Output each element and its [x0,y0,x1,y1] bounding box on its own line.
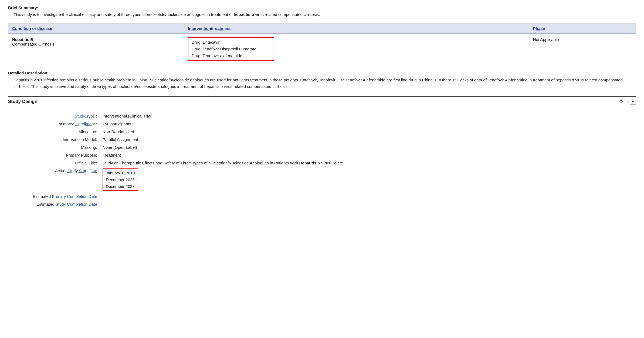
brief-summary-text: This study is to investigate the clinica… [13,12,636,18]
primary-completion-value-cell [100,193,636,200]
goto-label: Go to [619,99,629,104]
table-row: Hepatitis B Compensated Cirrhosis Drug: … [8,34,636,64]
col-condition-header: Condition or disease [8,23,184,34]
allocation-value: Non-Randomized [100,128,636,135]
start-date-value-cell: January 1, 2019 December 2023 December 2… [100,167,636,192]
study-completion-value-cell [100,201,636,208]
official-title-label: Official Title: [8,159,100,167]
study-completion-value: December 2023 [106,184,135,189]
phase-cell: Not Applicable [529,34,636,64]
dates-red-box: January 1, 2019 December 2023 December 2… [103,168,138,191]
study-completion-prefix: Estimated [36,202,56,206]
brief-summary-label: Brief Summary: [8,5,636,10]
goto-dropdown[interactable]: ▼ [630,99,636,105]
study-type-link[interactable]: Study Type [75,114,95,118]
enrollment-colon: : [95,122,97,126]
intervention-item-3: Drug: Tenofovir alafenamide [192,53,270,58]
masking-label: Masking: [8,144,100,151]
masking-value: None (Open Label) [100,144,636,151]
field-study-type: Study Type : Interventional (Clinical Tr… [8,112,636,120]
official-title-value: Study on Therapeutic Effects and Safety … [100,159,636,167]
field-masking: Masking: None (Open Label) [8,144,636,151]
start-date-prefix: Actual [55,168,67,173]
enrollment-link[interactable]: Enrollment [76,122,95,126]
study-design-title: Study Design [8,99,38,104]
enrollment-value: 150 participants [100,120,636,127]
study-type-value: Interventional (Clinical Trial) [100,112,636,120]
study-design-header: Study Design Go to ▼ [8,96,636,107]
enrollment-prefix: Estimated [56,122,76,126]
official-title-bold: Hepatitis b [299,161,320,165]
brief-summary-after: virus related compensated cirrhosis. [254,12,320,17]
col-phase-header: Phase [529,23,636,34]
brief-summary-before: This study is to investigate the clinica… [13,12,234,17]
condition-cell: Hepatitis B Compensated Cirrhosis [8,34,184,64]
primary-completion-label: Estimated Primary Completion Date [8,193,100,200]
field-start-date: Actual Study Start Date January 1, 2019 … [8,167,636,192]
col-intervention-header: Intervention/treatment [184,23,529,34]
field-intervention-model: Intervention Model: Parallel Assignment [8,136,636,143]
goto-control: Go to ▼ [619,99,636,105]
study-type-label: Study Type : [8,112,100,120]
conditions-table: Condition or disease Intervention/treatm… [8,23,636,64]
detailed-description-text: Hepatitis b virus infection remains a se… [13,77,636,90]
detailed-description-label: Detailed Description: [8,71,636,75]
study-completion-link[interactable]: Study Completion Date [56,202,97,206]
intervention-box: Drug: Entecavir Drug: Tenofovir Disoprox… [188,37,274,61]
field-enrollment: Estimated Enrollment : 150 participants [8,120,636,127]
primary-completion-link[interactable]: Primary Completion Date [52,194,97,199]
condition-secondary: Compensated Cirrhosis [12,42,180,46]
official-title-before: Study on Therapeutic Effects and Safety … [103,161,299,165]
intervention-item-2: Drug: Tenofovir Disoproxil Fumarate [192,47,270,51]
start-date-value: January 1, 2019 [106,170,135,176]
field-official-title: Official Title: Study on Therapeutic Eff… [8,159,636,167]
primary-purpose-value: Treatment [100,151,636,159]
field-allocation: Allocation: Non-Randomized [8,128,636,135]
allocation-label: Allocation: [8,128,100,135]
intervention-model-value: Parallel Assignment [100,136,636,143]
intervention-item-1: Drug: Entecavir [192,40,270,44]
primary-completion-value: December 2023 [106,177,135,182]
study-type-colon: : [95,114,97,118]
start-date-link[interactable]: Study Start Date [67,168,97,173]
field-primary-purpose: Primary Purpose: Treatment [8,151,636,159]
intervention-model-label: Intervention Model: [8,136,100,143]
study-completion-label: Estimated Study Completion Date [8,201,100,208]
primary-purpose-label: Primary Purpose: [8,151,100,159]
intervention-cell: Drug: Entecavir Drug: Tenofovir Disoprox… [184,34,529,64]
condition-primary: Hepatitis B [12,37,180,42]
field-primary-completion: Estimated Primary Completion Date [8,193,636,200]
start-date-label: Actual Study Start Date [8,167,100,192]
enrollment-label: Estimated Enrollment : [8,120,100,127]
study-design-fields: Study Type : Interventional (Clinical Tr… [8,112,636,208]
official-title-after: Virus Relate [320,161,343,165]
primary-completion-prefix: Estimated [33,194,52,199]
field-study-completion: Estimated Study Completion Date [8,201,636,208]
brief-summary-bold: hepatitis b [234,12,254,17]
